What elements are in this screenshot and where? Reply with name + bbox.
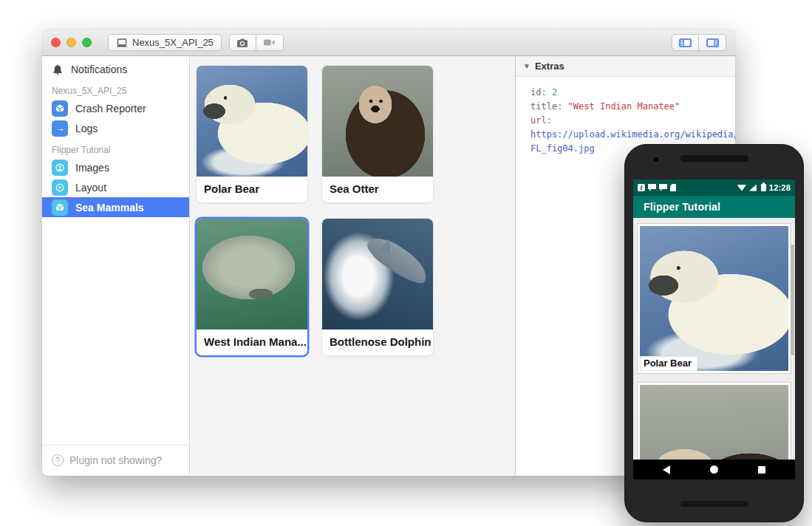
polar-bear-photo xyxy=(640,226,788,371)
cell-signal-icon xyxy=(749,185,757,191)
facebook-notification-icon: f xyxy=(638,184,645,191)
plugin-help-link[interactable]: ? Plugin not showing? xyxy=(42,445,189,475)
user-circle-icon xyxy=(52,160,68,176)
screenshot-button[interactable] xyxy=(229,34,256,51)
plugin-help-label: Plugin not showing? xyxy=(69,454,162,466)
sidebar-item-images[interactable]: Images xyxy=(42,157,189,177)
device-selector-button[interactable]: Nexus_5X_API_25 xyxy=(108,34,222,51)
sidebar-section-app: Flipper Tutorial xyxy=(42,138,189,157)
phone-card-polar-bear[interactable]: Polar Bear xyxy=(637,223,791,374)
phone-app-title: Flipper Tutorial xyxy=(644,201,720,213)
right-panel-icon xyxy=(706,38,719,47)
phone-app-bar: Flipper Tutorial xyxy=(633,196,795,218)
json-row-title: title: "West Indian Manatee" xyxy=(530,100,735,114)
battery-icon xyxy=(761,184,766,191)
chat-notification-icon xyxy=(648,184,656,191)
sidebar-item-logs[interactable]: → Logs xyxy=(42,118,189,138)
cube-icon xyxy=(52,100,68,117)
wifi-icon xyxy=(737,185,746,191)
close-button[interactable] xyxy=(51,38,61,47)
recents-button[interactable] xyxy=(758,466,765,474)
phone-screen: f 12:28 Flipper Tutorial Polar Bear xyxy=(633,180,795,479)
home-button[interactable] xyxy=(710,465,718,474)
sidebar-item-notifications[interactable]: Notifications xyxy=(42,59,189,79)
sidebar: Notifications Nexus_5X_API_25 Crash Repo… xyxy=(42,56,190,475)
card-title: Polar Bear xyxy=(197,177,307,202)
ear-speaker xyxy=(680,155,748,162)
toggle-right-panel-button[interactable] xyxy=(699,34,726,51)
sidebar-item-sea-mammals[interactable]: Sea Mammals xyxy=(42,197,189,217)
chevron-down-icon: ▼ xyxy=(523,62,530,70)
phone-content: Polar Bear xyxy=(633,218,795,460)
manatee-photo xyxy=(197,219,307,329)
arrow-right-icon: → xyxy=(52,120,68,137)
target-icon xyxy=(52,180,68,196)
card-title: West Indian Mana... xyxy=(197,329,307,355)
chat-notification-icon xyxy=(659,184,667,191)
cube-icon xyxy=(52,199,68,216)
capture-buttons xyxy=(229,34,284,51)
bell-icon xyxy=(52,64,64,75)
phone-card-label: Polar Bear xyxy=(640,356,697,371)
toggle-left-panel-button[interactable] xyxy=(672,34,699,51)
phone-card-sea-otter[interactable] xyxy=(637,382,791,460)
sea-otter-photo xyxy=(322,66,433,177)
left-panel-icon xyxy=(679,38,692,47)
video-camera-icon xyxy=(263,38,276,47)
sea-otter-photo xyxy=(640,385,788,460)
json-row-id: id: 2 xyxy=(530,86,735,100)
json-row-url: url: xyxy=(530,114,735,128)
camera-icon xyxy=(236,38,248,48)
sidebar-item-label: Layout xyxy=(75,182,106,194)
json-url-line1: https://upload.wikimedia.org/wikipedia/c… xyxy=(530,128,735,142)
card-sea-otter[interactable]: Sea Otter xyxy=(321,65,434,203)
sidebar-item-label: Images xyxy=(75,162,109,174)
status-time: 12:28 xyxy=(769,183,791,192)
screen-record-button[interactable] xyxy=(256,34,284,51)
android-nav-bar xyxy=(633,460,795,479)
dolphin-photo xyxy=(322,219,433,329)
sidebar-item-label: Logs xyxy=(75,123,98,134)
sidebar-section-device: Nexus_5X_API_25 xyxy=(42,79,189,98)
help-icon: ? xyxy=(52,454,64,466)
sidebar-list: Notifications Nexus_5X_API_25 Crash Repo… xyxy=(42,56,189,445)
card-title: Sea Otter xyxy=(322,177,433,202)
phone-scrollbar[interactable] xyxy=(791,245,794,355)
laptop-icon xyxy=(116,38,128,48)
card-west-indian-manatee[interactable]: West Indian Mana... xyxy=(196,218,308,356)
card-polar-bear[interactable]: Polar Bear xyxy=(196,65,308,203)
back-button[interactable] xyxy=(663,465,670,474)
sidebar-item-layout[interactable]: Layout xyxy=(42,177,189,197)
minimize-button[interactable] xyxy=(66,38,76,47)
front-camera xyxy=(653,157,659,163)
sidebar-item-label: Notifications xyxy=(71,64,127,75)
bottom-speaker xyxy=(680,501,748,507)
sidebar-item-label: Sea Mammals xyxy=(75,202,144,214)
sidebar-item-crash-reporter[interactable]: Crash Reporter xyxy=(42,98,189,118)
phone-status-bar: f 12:28 xyxy=(633,180,795,196)
sidebar-item-label: Crash Reporter xyxy=(75,103,146,115)
panel-toggle-buttons xyxy=(672,34,726,51)
sim-notification-icon xyxy=(670,184,676,191)
extras-title: Extras xyxy=(535,61,564,72)
extras-header[interactable]: ▼ Extras xyxy=(516,56,735,77)
titlebar: Nexus_5X_API_25 xyxy=(42,30,735,56)
polar-bear-photo xyxy=(197,66,307,177)
card-title: Bottlenose Dolphin xyxy=(322,329,433,355)
traffic-lights xyxy=(51,38,92,47)
card-bottlenose-dolphin[interactable]: Bottlenose Dolphin xyxy=(321,218,434,356)
device-name: Nexus_5X_API_25 xyxy=(132,37,214,48)
zoom-button[interactable] xyxy=(82,38,92,47)
image-grid: Polar Bear Sea Otter West Indian Mana...… xyxy=(190,56,515,475)
android-phone: f 12:28 Flipper Tutorial Polar Bear xyxy=(624,144,804,522)
